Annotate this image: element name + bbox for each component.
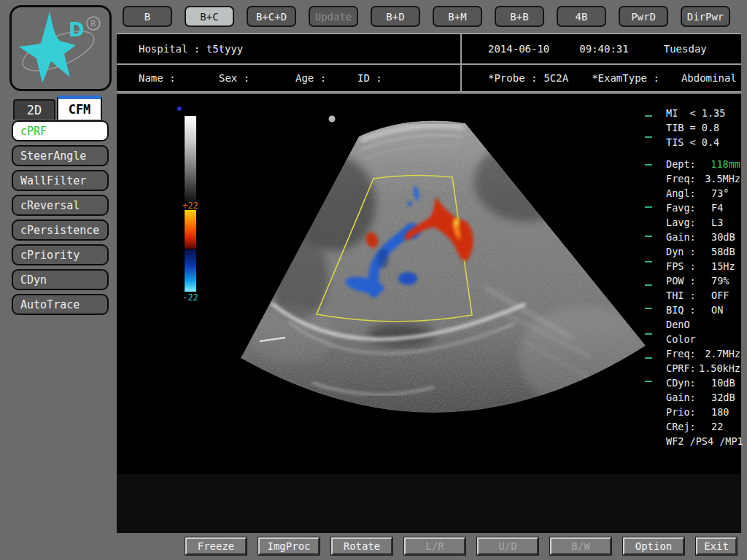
sidebar-item-autotrace[interactable]: AutoTrace: [12, 294, 109, 315]
param-label: Favg:: [666, 201, 711, 215]
probe-value: 5C2A: [543, 72, 568, 84]
param-row: Dyn :58dB: [666, 244, 740, 259]
param-label: POW :: [666, 273, 711, 288]
param-tick-icon: [645, 136, 652, 138]
param-row: CDyn:10dB: [666, 376, 740, 390]
colorbar-marker-dot: [177, 106, 182, 111]
param-label: Gain:: [666, 390, 711, 405]
mode-button-b-b[interactable]: B+B: [495, 6, 544, 27]
mode-button-dirpwr[interactable]: DirPwr: [681, 6, 730, 27]
control-button-imgproc[interactable]: ImgProc: [258, 537, 320, 555]
sidebar-item-cpriority[interactable]: cPriority: [12, 244, 109, 265]
param-value: 30dB: [711, 230, 735, 244]
param-tick-icon: [645, 115, 652, 117]
param-label: Freq:: [666, 346, 705, 361]
param-value: 73°: [711, 186, 729, 201]
param-row: TIB = 0.8: [666, 120, 740, 135]
param-row: CPRF:1.50kHz: [666, 361, 740, 376]
control-button-option[interactable]: Option: [623, 537, 684, 555]
param-value: 79%: [711, 273, 729, 288]
param-row: Lavg:L3: [666, 215, 740, 230]
logo-letter: D: [69, 19, 85, 41]
brand-logo: D R: [9, 5, 112, 91]
param-row: DenO: [666, 317, 740, 332]
ultrasound-display: +22 -22 MI < 1.35TIB = 0.8TIS < 0.4Dept:…: [117, 94, 741, 533]
patient-field-name: Name :: [139, 72, 219, 84]
param-row: Favg:F4: [666, 201, 740, 215]
param-tick-icon: [645, 236, 652, 237]
patient-row: Name :Sex :Age :ID : *Probe : 5C2A *Exam…: [117, 65, 741, 91]
sidebar-item-wallfilter[interactable]: WallFilter: [12, 170, 109, 191]
mode-button-b-c-d[interactable]: B+C+D: [247, 6, 296, 27]
sidebar-item-cpersistence[interactable]: cPersistence: [12, 219, 109, 241]
sidebar-item-steerangle[interactable]: SteerAngle: [12, 145, 109, 166]
param-row: THI :OFF: [666, 288, 740, 303]
datetime-cell: 2014-06-10 09:40:31 Tuesday: [462, 34, 741, 63]
tab-cfm[interactable]: CFM: [57, 96, 102, 120]
param-row: Dept:118mm: [666, 157, 740, 171]
param-row: WF2 /PS4 /MP1: [666, 434, 740, 448]
weekday-text: Tuesday: [664, 43, 707, 55]
colorbar-positive-label: +22: [177, 201, 204, 211]
control-button-u-d: U/D: [477, 537, 538, 555]
param-row: FPS :15Hz: [666, 259, 740, 273]
logo-star: [19, 12, 76, 83]
mode-button-b-c[interactable]: B+C: [185, 6, 234, 27]
ultrasound-image: [117, 94, 741, 534]
probe-exam-cell: *Probe : 5C2A *ExamType : Abdominal: [462, 65, 741, 91]
soft-key-bar: FreezeImgProcRotateL/RU/DB/WOptionExit: [117, 533, 747, 560]
param-text: TIB = 0.8: [666, 120, 719, 135]
param-value: 2.7MHz: [705, 346, 740, 361]
param-row: POW :79%: [666, 273, 740, 288]
sidebar-item-creversal[interactable]: cReversal: [12, 195, 109, 216]
param-value: 180: [711, 405, 729, 419]
param-tick-icon: [645, 164, 652, 166]
param-text: TIS < 0.4: [666, 135, 719, 149]
param-value: L3: [711, 215, 723, 230]
param-value: F4: [711, 201, 723, 215]
control-button-freeze[interactable]: Freeze: [185, 537, 247, 555]
param-label: Lavg:: [666, 215, 711, 230]
param-row: Freq:3.5MHz: [666, 171, 740, 186]
sidebar-item-cdyn[interactable]: CDyn: [12, 269, 109, 290]
mode-button-pwrd[interactable]: PwrD: [619, 6, 668, 27]
control-button-exit[interactable]: Exit: [696, 537, 737, 555]
param-label: THI :: [666, 288, 711, 303]
colorbar-red-gradient: [185, 210, 196, 249]
colorbar-negative-label: -22: [177, 292, 204, 303]
mode-button-b-m[interactable]: B+M: [433, 6, 482, 27]
hospital-cell: Hospital : t5tyyy: [117, 34, 462, 63]
exam-type-value: Abdominal: [681, 72, 737, 84]
param-label: Prio:: [666, 405, 711, 419]
sidebar-item-cprf[interactable]: cPRF: [12, 120, 109, 141]
mode-button-b-d[interactable]: B+D: [371, 6, 420, 27]
grayscale-bar: [185, 116, 196, 202]
param-tick-icon: [645, 308, 652, 309]
probe-label: *Probe :: [488, 72, 537, 84]
param-row: Gain:32dB: [666, 390, 740, 405]
param-value: 32dB: [711, 390, 735, 405]
mode-button-4b[interactable]: 4B: [557, 6, 606, 27]
param-row: Freq:2.7MHz: [666, 346, 740, 361]
patient-field-id: ID :: [357, 72, 382, 84]
param-value: ON: [711, 303, 723, 317]
mode-button-b[interactable]: B: [123, 6, 172, 27]
param-value: OFF: [711, 288, 729, 303]
mode-tabs: 2DCFM: [13, 96, 107, 120]
logo-star-icon: D R: [12, 7, 105, 85]
param-row: CRej:22: [666, 419, 740, 434]
control-button-rotate[interactable]: Rotate: [331, 537, 392, 555]
control-button-b-w: B/W: [550, 537, 611, 555]
parameter-readout: MI < 1.35TIB = 0.8TIS < 0.4Dept:118mmFre…: [666, 106, 740, 448]
time-text: 09:40:31: [579, 43, 628, 55]
tab-2d[interactable]: 2D: [13, 99, 55, 120]
param-value: 10dB: [711, 376, 735, 390]
fan-sector: [117, 94, 741, 534]
param-label: Freq:: [666, 171, 705, 186]
param-tick-icon: [645, 261, 652, 262]
param-value: 15Hz: [711, 259, 735, 273]
param-tick-icon: [645, 206, 652, 208]
param-row: Angl:73°: [666, 186, 740, 201]
cfm-menu: cPRFSteerAngleWallFiltercReversalcPersis…: [12, 120, 109, 319]
param-value: 118mm: [711, 157, 740, 171]
